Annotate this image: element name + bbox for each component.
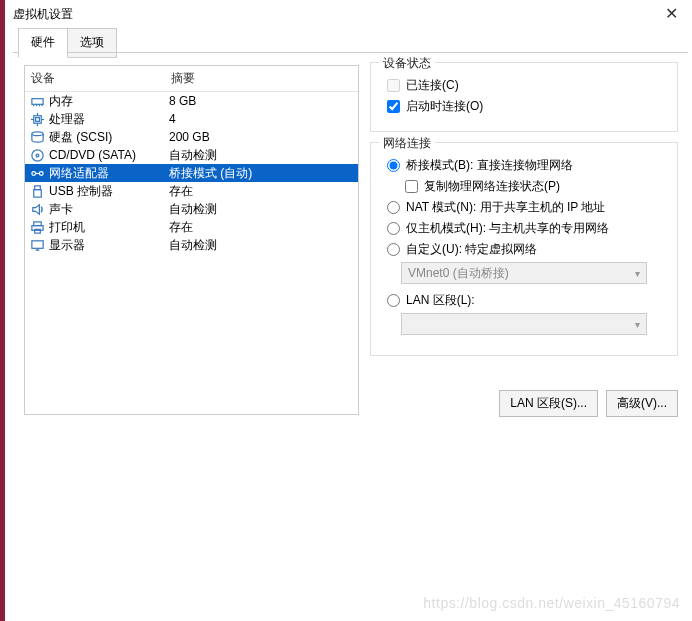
device-name: 声卡 [49, 201, 169, 218]
window-title: 虚拟机设置 [13, 7, 73, 21]
device-summary: 200 GB [169, 130, 210, 144]
tab-strip: 硬件 选项 [18, 28, 116, 58]
title-bar: 虚拟机设置 ✕ [5, 0, 692, 28]
watermark-text: https://blog.csdn.net/weixin_45160794 [423, 595, 680, 611]
connected-checkbox[interactable] [387, 79, 400, 92]
lan-label: LAN 区段(L): [406, 292, 475, 309]
usb-icon [29, 183, 45, 199]
device-row-printer[interactable]: 打印机存在 [25, 218, 358, 236]
device-summary: 存在 [169, 219, 193, 236]
device-row-cd[interactable]: CD/DVD (SATA)自动检测 [25, 146, 358, 164]
custom-network-combo: VMnet0 (自动桥接) ▾ [401, 262, 647, 284]
connected-checkbox-row[interactable]: 已连接(C) [387, 77, 667, 94]
device-row-sound[interactable]: 声卡自动检测 [25, 200, 358, 218]
svg-rect-5 [33, 115, 41, 123]
nat-label: NAT 模式(N): 用于共享主机的 IP 地址 [406, 199, 605, 216]
tab-hardware[interactable]: 硬件 [18, 28, 68, 58]
connect-at-power-row[interactable]: 启动时连接(O) [387, 98, 667, 115]
button-row: LAN 区段(S)... 高级(V)... [499, 390, 678, 417]
device-row-cpu[interactable]: 处理器4 [25, 110, 358, 128]
device-name: 打印机 [49, 219, 169, 236]
bridged-radio-row[interactable]: 桥接模式(B): 直接连接物理网络 [387, 157, 667, 174]
device-row-display[interactable]: 显示器自动检测 [25, 236, 358, 254]
chevron-down-icon: ▾ [635, 319, 640, 330]
device-summary: 自动检测 [169, 237, 217, 254]
device-row-usb[interactable]: USB 控制器存在 [25, 182, 358, 200]
connect-at-power-label: 启动时连接(O) [406, 98, 483, 115]
svg-rect-0 [31, 98, 42, 104]
settings-panel: 设备状态 已连接(C) 启动时连接(O) 网络连接 桥接模式(B): 直接连接物… [370, 62, 678, 366]
svg-point-15 [39, 171, 43, 175]
device-summary: 4 [169, 112, 176, 126]
custom-network-value: VMnet0 (自动桥接) [408, 265, 509, 282]
tab-baseline [13, 52, 688, 53]
device-name: CD/DVD (SATA) [49, 148, 169, 162]
device-summary: 桥接模式 (自动) [169, 165, 252, 182]
printer-icon [29, 219, 45, 235]
network-connection-title: 网络连接 [379, 135, 435, 152]
custom-radio-row[interactable]: 自定义(U): 特定虚拟网络 [387, 241, 667, 258]
device-name: USB 控制器 [49, 183, 169, 200]
replicate-label: 复制物理网络连接状态(P) [424, 178, 560, 195]
custom-label: 自定义(U): 特定虚拟网络 [406, 241, 537, 258]
hostonly-radio-row[interactable]: 仅主机模式(H): 与主机共享的专用网络 [387, 220, 667, 237]
replicate-checkbox-row[interactable]: 复制物理网络连接状态(P) [405, 178, 667, 195]
sound-icon [29, 201, 45, 217]
network-connection-group: 网络连接 桥接模式(B): 直接连接物理网络 复制物理网络连接状态(P) NAT… [370, 142, 678, 356]
bridged-radio[interactable] [387, 159, 400, 172]
device-name: 硬盘 (SCSI) [49, 129, 169, 146]
lan-radio[interactable] [387, 294, 400, 307]
device-status-group: 设备状态 已连接(C) 启动时连接(O) [370, 62, 678, 132]
device-list: 设备 摘要 内存8 GB处理器4硬盘 (SCSI)200 GBCD/DVD (S… [24, 65, 359, 415]
device-status-title: 设备状态 [379, 55, 435, 72]
cd-icon [29, 147, 45, 163]
svg-rect-18 [33, 189, 41, 197]
device-summary: 自动检测 [169, 201, 217, 218]
lan-radio-row[interactable]: LAN 区段(L): [387, 292, 667, 309]
replicate-checkbox[interactable] [405, 180, 418, 193]
lan-segments-button[interactable]: LAN 区段(S)... [499, 390, 598, 417]
svg-point-14 [31, 171, 35, 175]
connect-at-power-checkbox[interactable] [387, 100, 400, 113]
device-summary: 8 GB [169, 94, 196, 108]
decorative-left-strip [0, 0, 5, 621]
custom-radio[interactable] [387, 243, 400, 256]
device-summary: 自动检测 [169, 147, 217, 164]
nat-radio[interactable] [387, 201, 400, 214]
device-name: 内存 [49, 93, 169, 110]
svg-point-11 [31, 131, 42, 135]
lan-segment-combo: ▾ [401, 313, 647, 335]
chevron-down-icon: ▾ [635, 268, 640, 279]
hostonly-label: 仅主机模式(H): 与主机共享的专用网络 [406, 220, 609, 237]
device-row-memory[interactable]: 内存8 GB [25, 92, 358, 110]
svg-point-12 [31, 149, 42, 160]
device-row-disk[interactable]: 硬盘 (SCSI)200 GB [25, 128, 358, 146]
svg-rect-22 [31, 240, 42, 248]
memory-icon [29, 93, 45, 109]
device-name: 处理器 [49, 111, 169, 128]
device-row-net[interactable]: 网络适配器桥接模式 (自动) [25, 164, 358, 182]
svg-rect-6 [35, 117, 39, 121]
advanced-button[interactable]: 高级(V)... [606, 390, 678, 417]
connected-label: 已连接(C) [406, 77, 459, 94]
svg-point-13 [36, 154, 39, 157]
bridged-label: 桥接模式(B): 直接连接物理网络 [406, 157, 573, 174]
col-header-device[interactable]: 设备 [25, 66, 165, 91]
device-name: 显示器 [49, 237, 169, 254]
device-name: 网络适配器 [49, 165, 169, 182]
cpu-icon [29, 111, 45, 127]
device-list-header: 设备 摘要 [25, 66, 358, 92]
display-icon [29, 237, 45, 253]
close-icon[interactable]: ✕ [665, 4, 678, 23]
device-summary: 存在 [169, 183, 193, 200]
tab-options[interactable]: 选项 [67, 28, 117, 58]
col-header-summary[interactable]: 摘要 [165, 66, 201, 91]
nat-radio-row[interactable]: NAT 模式(N): 用于共享主机的 IP 地址 [387, 199, 667, 216]
net-icon [29, 165, 45, 181]
disk-icon [29, 129, 45, 145]
svg-rect-21 [34, 229, 40, 233]
hostonly-radio[interactable] [387, 222, 400, 235]
